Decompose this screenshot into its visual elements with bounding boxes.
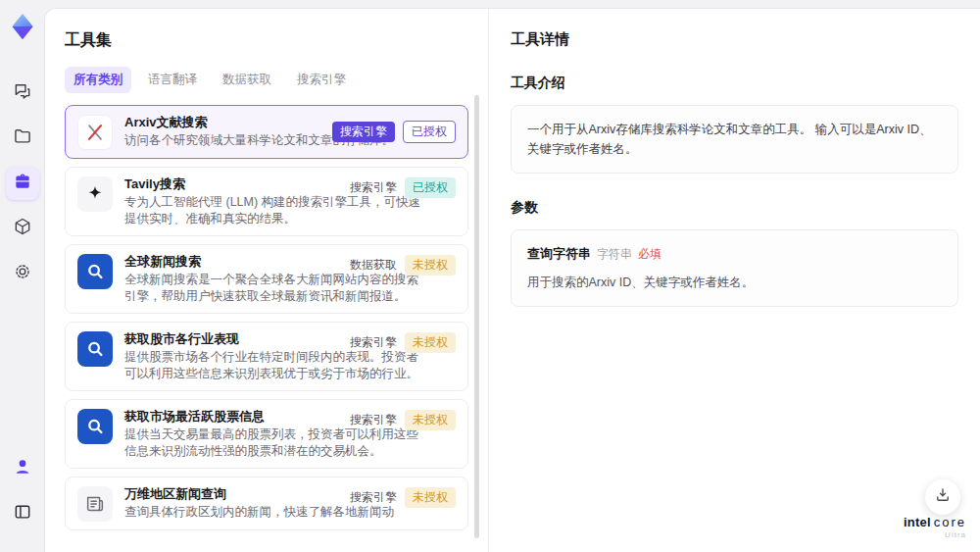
intel-product-text: core: [934, 515, 966, 529]
tab-search-engine[interactable]: 搜索引擎: [288, 67, 355, 93]
chat-icon: [13, 81, 32, 105]
blue-search-icon: [77, 409, 113, 444]
category-label: 搜索引擎: [350, 412, 397, 428]
gear-icon: [13, 262, 32, 285]
status-badge: 未授权: [405, 487, 456, 508]
tab-translation[interactable]: 语言翻译: [139, 67, 206, 93]
status-badge: 已授权: [405, 177, 456, 198]
tool-card-global-news[interactable]: 全球新闻搜索 全球新闻搜索是一个聚合全球各大新闻网站内容的搜索引擎，帮助用户快速…: [65, 244, 468, 314]
sidebar-item-tools[interactable]: [6, 167, 39, 200]
tavily-star-icon: [77, 176, 113, 212]
briefcase-icon: [13, 172, 32, 195]
intel-brand-text: intel: [904, 515, 931, 529]
left-sidebar: [0, 0, 44, 552]
category-badge: 搜索引擎: [332, 122, 395, 142]
user-avatar-icon: [13, 457, 32, 480]
download-button[interactable]: [925, 479, 960, 515]
sidebar-item-chat[interactable]: [6, 76, 39, 110]
status-badge: 未授权: [405, 410, 456, 430]
blue-search-icon: [77, 331, 113, 367]
status-badge: 已授权: [403, 121, 456, 143]
category-label: 数据获取: [350, 257, 397, 274]
category-label: 搜索引擎: [350, 489, 397, 506]
main-content: 工具集 所有类别 语言翻译 数据获取 搜索引擎 A: [44, 8, 980, 552]
category-tabs: 所有类别 语言翻译 数据获取 搜索引擎: [65, 67, 468, 93]
download-icon: [934, 486, 952, 508]
tool-card-list: Arxiv文献搜索 访问各个研究领域大量科学论文和文章的存储库。 搜索引擎 已授…: [65, 105, 468, 530]
sidebar-item-settings[interactable]: [6, 257, 39, 290]
detail-title: 工具详情: [511, 30, 958, 49]
tool-detail-panel: 工具详情 工具介绍 一个用于从Arxiv存储库搜索科学论文和文章的工具。 输入可…: [489, 9, 980, 552]
arxiv-icon: [77, 115, 113, 150]
intro-text: 一个用于从Arxiv存储库搜索科学论文和文章的工具。 输入可以是Arxiv ID…: [527, 123, 932, 156]
tool-description: 全球新闻搜索是一个聚合全球各大新闻网站内容的搜索引擎，帮助用户快速获取全球最新资…: [124, 272, 430, 305]
tool-card-regional-news[interactable]: 万维地区新闻查询 查询具体行政区划内的新闻，快速了解各地新闻动 搜索引擎 未授权: [65, 477, 468, 530]
tab-data-fetch[interactable]: 数据获取: [214, 67, 280, 93]
tool-card-tavily[interactable]: Tavily搜索 专为人工智能代理 (LLM) 构建的搜索引擎工具，可快速提供实…: [65, 167, 468, 236]
cube-icon: [13, 217, 32, 240]
tool-card-arxiv[interactable]: Arxiv文献搜索 访问各个研究领域大量科学论文和文章的存储库。 搜索引擎 已授…: [65, 105, 468, 159]
sidebar-item-files[interactable]: [6, 122, 39, 155]
app-logo-icon: [8, 12, 37, 41]
param-type: 字符串: [597, 245, 632, 264]
status-badge: 未授权: [405, 332, 456, 353]
panel-layout-icon: [13, 502, 32, 526]
tool-description: 专为人工智能代理 (LLM) 构建的搜索引擎工具，可快速提供实时、准确和真实的结…: [124, 194, 430, 227]
status-badge: 未授权: [405, 255, 456, 276]
sidebar-item-models[interactable]: [6, 212, 39, 245]
tool-list-panel: 工具集 所有类别 语言翻译 数据获取 搜索引擎 A: [45, 9, 489, 552]
tool-description: 提供当天交易量最高的股票列表，投资者可以利用这些信息来识别流动性强的股票和潜在的…: [124, 427, 430, 460]
intro-heading: 工具介绍: [511, 75, 958, 92]
intel-core-badge: intelcore Ultra: [904, 516, 966, 540]
sidebar-collapse-button[interactable]: [6, 497, 39, 530]
category-label: 搜索引擎: [350, 179, 397, 196]
param-name: 查询字符串: [527, 244, 591, 265]
folder-icon: [13, 126, 32, 150]
intro-box: 一个用于从Arxiv存储库搜索科学论文和文章的工具。 输入可以是Arxiv ID…: [511, 105, 958, 174]
params-heading: 参数: [511, 199, 958, 217]
list-scrollbar[interactable]: [474, 95, 479, 538]
param-required-flag: 必填: [638, 245, 662, 264]
app-window: 工具集 所有类别 语言翻译 数据获取 搜索引擎 A: [0, 0, 980, 552]
param-description: 用于搜索的Arxiv ID、关键字或作者姓名。: [527, 273, 942, 292]
category-label: 搜索引擎: [350, 334, 397, 351]
param-box: 查询字符串 字符串 必填 用于搜索的Arxiv ID、关键字或作者姓名。: [511, 229, 958, 307]
tool-description: 提供股票市场各个行业在特定时间段内的表现。投资者可以利用这些信息来识别表现优于或…: [124, 349, 430, 382]
blue-search-icon: [77, 254, 113, 289]
newspaper-icon: [77, 486, 113, 522]
sidebar-item-account[interactable]: [6, 452, 39, 485]
intel-sub-text: Ultra: [904, 531, 966, 540]
tool-card-sector-performance[interactable]: 获取股市各行业表现 提供股票市场各个行业在特定时间段内的表现。投资者可以利用这些…: [65, 322, 468, 391]
tab-all-categories[interactable]: 所有类别: [65, 67, 131, 93]
tool-card-active-stocks[interactable]: 获取市场最活跃股票信息 提供当天交易量最高的股票列表，投资者可以利用这些信息来识…: [65, 399, 468, 469]
page-title: 工具集: [65, 30, 468, 51]
